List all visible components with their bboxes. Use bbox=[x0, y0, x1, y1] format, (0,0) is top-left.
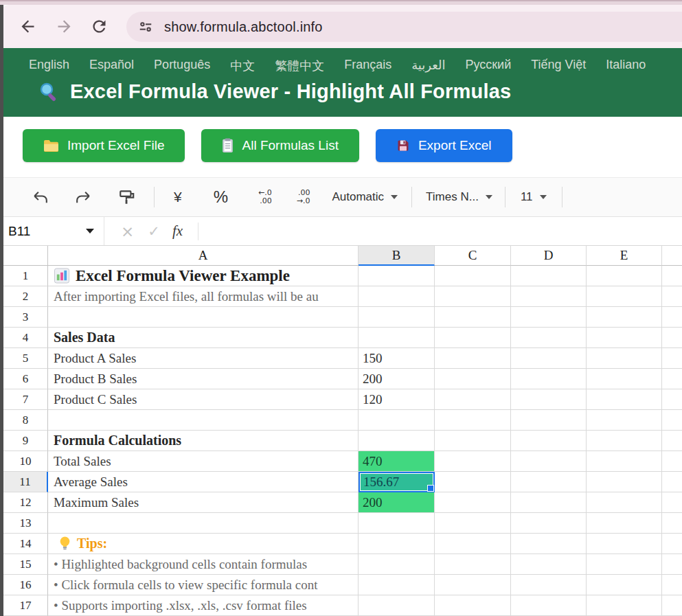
cell-C13[interactable] bbox=[435, 513, 511, 534]
cell-D6[interactable] bbox=[511, 369, 587, 389]
cell-D2[interactable] bbox=[511, 286, 587, 307]
cell-F14[interactable] bbox=[662, 534, 682, 554]
cell-A5[interactable]: Product A Sales bbox=[48, 348, 359, 369]
cell-A14[interactable]: Tips: bbox=[48, 534, 359, 554]
cell-F10[interactable] bbox=[662, 451, 682, 472]
decrease-decimal-button[interactable]: ←.0 .00 bbox=[258, 189, 272, 205]
lang-italiano[interactable]: Italiano bbox=[606, 58, 646, 74]
cell-E10[interactable] bbox=[587, 451, 662, 472]
cell-A11[interactable]: Average Sales bbox=[48, 472, 359, 492]
cell-F6[interactable] bbox=[662, 369, 682, 389]
cell-A12[interactable]: Maximum Sales bbox=[48, 492, 359, 513]
cell-A10[interactable]: Total Sales bbox=[48, 451, 359, 472]
export-excel-button[interactable]: Export Excel bbox=[376, 129, 512, 162]
cell-E1[interactable] bbox=[587, 266, 662, 286]
forward-icon[interactable] bbox=[55, 17, 73, 36]
cell-C4[interactable] bbox=[435, 328, 511, 348]
cell-E14[interactable] bbox=[587, 534, 662, 554]
cell-D16[interactable] bbox=[511, 575, 587, 595]
cell-F12[interactable] bbox=[662, 492, 682, 513]
cell-B5[interactable]: 150 bbox=[359, 348, 435, 369]
row-header-12[interactable]: 12 bbox=[0, 492, 48, 513]
row-header-2[interactable]: 2 bbox=[0, 286, 48, 307]
cell-D13[interactable] bbox=[511, 513, 587, 534]
row-header-7[interactable]: 7 bbox=[0, 389, 48, 410]
cell-E4[interactable] bbox=[587, 328, 662, 348]
cell-E2[interactable] bbox=[587, 286, 662, 307]
cell-C10[interactable] bbox=[435, 451, 511, 472]
cell-A16[interactable]: • Click formula cells to view specific f… bbox=[48, 575, 359, 595]
lang-espanol[interactable]: Español bbox=[89, 58, 134, 74]
cell-C8[interactable] bbox=[435, 410, 511, 431]
cell-B15[interactable] bbox=[359, 554, 435, 575]
row-header-8[interactable]: 8 bbox=[0, 410, 48, 431]
all-formulas-list-button[interactable]: All Formulas List bbox=[201, 129, 359, 162]
row-header-6[interactable]: 6 bbox=[0, 369, 48, 389]
cell-B12-formula[interactable]: 200 bbox=[359, 492, 435, 513]
cell-A9[interactable]: Formula Calculations bbox=[48, 431, 359, 451]
cell-B11-selected[interactable]: 156.67 bbox=[359, 472, 435, 492]
lang-francais[interactable]: Français bbox=[344, 58, 391, 74]
number-format-dropdown[interactable]: Automatic bbox=[332, 190, 398, 204]
cell-A6[interactable]: Product B Sales bbox=[48, 369, 359, 389]
column-header-D[interactable]: D bbox=[511, 246, 587, 266]
cell-B14[interactable] bbox=[359, 534, 435, 554]
row-header-16[interactable]: 16 bbox=[0, 575, 48, 595]
lang-chinese-simplified[interactable]: 中文 bbox=[230, 58, 255, 74]
cell-B16[interactable] bbox=[359, 575, 435, 595]
column-header-partial[interactable] bbox=[662, 246, 682, 266]
fill-handle[interactable] bbox=[427, 485, 434, 492]
cell-E6[interactable] bbox=[587, 369, 662, 389]
cell-B13[interactable] bbox=[359, 513, 435, 534]
cell-B2[interactable] bbox=[359, 286, 435, 307]
cell-F8[interactable] bbox=[662, 410, 682, 431]
cell-E8[interactable] bbox=[587, 410, 662, 431]
cell-A1[interactable]: Excel Formula Viewer Example bbox=[48, 266, 359, 286]
cell-C9[interactable] bbox=[435, 431, 511, 451]
cell-C11[interactable] bbox=[435, 472, 511, 492]
cell-A15[interactable]: • Highlighted background cells contain f… bbox=[48, 554, 359, 575]
cell-E17[interactable] bbox=[587, 595, 662, 616]
lang-russian[interactable]: Русский bbox=[465, 58, 511, 74]
row-header-4[interactable]: 4 bbox=[0, 328, 48, 348]
cell-E9[interactable] bbox=[587, 431, 662, 451]
row-header-11[interactable]: 11 bbox=[0, 472, 48, 492]
column-header-B[interactable]: B bbox=[359, 246, 435, 266]
lang-chinese-traditional[interactable]: 繁體中文 bbox=[275, 58, 324, 74]
cell-B10-formula[interactable]: 470 bbox=[359, 451, 435, 472]
cell-D17[interactable] bbox=[511, 595, 587, 616]
confirm-icon[interactable]: ✓ bbox=[148, 223, 160, 240]
cell-D8[interactable] bbox=[511, 410, 587, 431]
reload-icon[interactable] bbox=[90, 17, 109, 36]
row-header-13[interactable]: 13 bbox=[0, 513, 48, 534]
currency-format-button[interactable]: ¥ bbox=[174, 189, 182, 205]
cell-B6[interactable]: 200 bbox=[359, 369, 435, 389]
cell-D9[interactable] bbox=[511, 431, 587, 451]
cell-F13[interactable] bbox=[662, 513, 682, 534]
cell-E13[interactable] bbox=[587, 513, 662, 534]
cell-D5[interactable] bbox=[511, 348, 587, 369]
increase-decimal-button[interactable]: .00 →.0 bbox=[297, 189, 310, 205]
cell-C6[interactable] bbox=[435, 369, 511, 389]
cell-A4[interactable]: Sales Data bbox=[48, 328, 359, 348]
site-info-icon[interactable] bbox=[138, 19, 153, 34]
cell-D7[interactable] bbox=[511, 389, 587, 410]
cell-E3[interactable] bbox=[587, 307, 662, 328]
cell-D10[interactable] bbox=[511, 451, 587, 472]
cell-A3[interactable] bbox=[48, 307, 359, 328]
cell-F9[interactable] bbox=[662, 431, 682, 451]
column-header-C[interactable]: C bbox=[435, 246, 511, 266]
cell-C2[interactable] bbox=[435, 286, 511, 307]
cell-D12[interactable] bbox=[511, 492, 587, 513]
row-header-17[interactable]: 17 bbox=[0, 595, 48, 616]
select-all-corner[interactable] bbox=[0, 246, 48, 266]
address-bar[interactable]: show.formula.abctool.info bbox=[126, 12, 682, 42]
back-icon[interactable] bbox=[19, 17, 37, 36]
cell-F3[interactable] bbox=[662, 307, 682, 328]
cell-F15[interactable] bbox=[662, 554, 682, 575]
cell-E15[interactable] bbox=[587, 554, 662, 575]
cell-C1[interactable] bbox=[435, 266, 511, 286]
column-header-A[interactable]: A bbox=[48, 246, 359, 266]
cell-F16[interactable] bbox=[662, 575, 682, 595]
lang-portugues[interactable]: Português bbox=[154, 58, 210, 74]
